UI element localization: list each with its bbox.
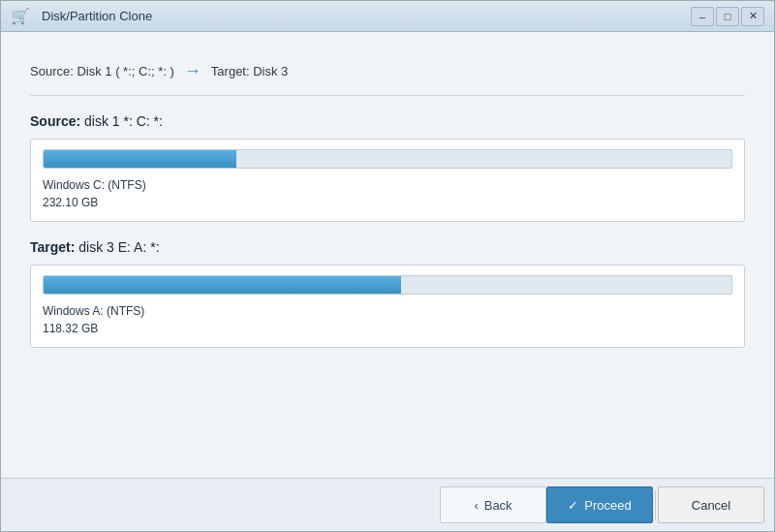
footer: ‹ Back ✓ Proceed Cancel [1, 478, 774, 531]
source-section: Source: disk 1 *: C: *: Windows C: (NTFS… [30, 113, 745, 222]
title-bar: 🛒 Disk/Partition Clone – □ ✕ [1, 1, 774, 32]
target-label: Target: [211, 64, 250, 78]
target-value: Disk 3 [253, 64, 288, 78]
target-title-rest: disk 3 E: A: *: [75, 239, 159, 255]
target-section: Target: disk 3 E: A: *: Windows A: (NTFS… [30, 239, 745, 348]
target-disk-box: Windows A: (NTFS) 118.32 GB [30, 265, 745, 348]
target-progress-bar [43, 275, 732, 295]
target-disk-info: Windows A: (NTFS) 118.32 GB [43, 302, 732, 337]
back-label: Back [484, 498, 512, 513]
back-icon: ‹ [474, 498, 478, 513]
source-title-rest: disk 1 *: C: *: [80, 113, 163, 129]
target-section-title: Target: disk 3 E: A: *: [30, 239, 745, 255]
close-button[interactable]: ✕ [741, 7, 764, 26]
main-window: 🛒 Disk/Partition Clone – □ ✕ Source: Dis… [0, 0, 775, 532]
source-progress-fill [44, 150, 236, 168]
title-bar-controls: – □ ✕ [691, 7, 764, 26]
arrow-icon: → [184, 61, 202, 81]
source-label: Source: [30, 64, 74, 78]
target-title-bold: Target: [30, 239, 75, 255]
content-area: Source: Disk 1 ( *:; C:; *: ) → Target: … [1, 32, 774, 478]
window-title: Disk/Partition Clone [42, 9, 691, 23]
footer-separator [655, 490, 656, 519]
source-disk-box: Windows C: (NTFS) 232.10 GB [30, 139, 745, 222]
restore-button[interactable]: □ [716, 7, 739, 26]
source-disk-info: Windows C: (NTFS) 232.10 GB [43, 176, 732, 211]
back-button[interactable]: ‹ Back [440, 486, 546, 523]
cancel-label: Cancel [692, 498, 730, 513]
cancel-button[interactable]: Cancel [658, 486, 764, 523]
summary-bar: Source: Disk 1 ( *:; C:; *: ) → Target: … [30, 51, 745, 96]
source-title-bold: Source: [30, 113, 80, 129]
proceed-icon: ✓ [568, 498, 578, 513]
source-disk-name: Windows C: (NTFS) [43, 176, 732, 194]
minimize-button[interactable]: – [691, 7, 714, 26]
source-section-title: Source: disk 1 *: C: *: [30, 113, 745, 129]
source-progress-bar [43, 149, 732, 169]
proceed-label: Proceed [584, 498, 631, 513]
target-progress-fill [44, 276, 401, 294]
target-disk-name: Windows A: (NTFS) [43, 302, 732, 320]
proceed-button[interactable]: ✓ Proceed [546, 486, 653, 523]
source-value: Disk 1 ( *:; C:; *: ) [77, 64, 173, 78]
source-disk-size: 232.10 GB [43, 194, 732, 211]
cart-icon: 🛒 [11, 7, 30, 25]
target-disk-size: 118.32 GB [43, 320, 732, 337]
